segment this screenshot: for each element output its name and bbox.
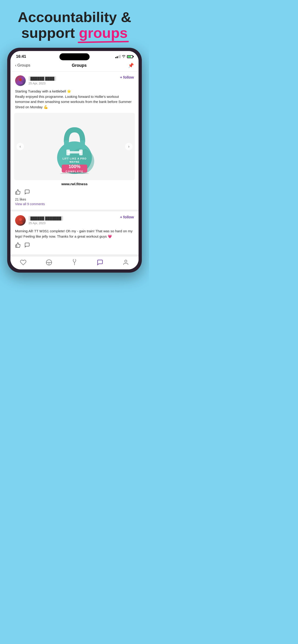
achievement-badge: LIFT LIKE A PRO WAYNE 100% COMPLETE (51, 118, 98, 175)
wifi-icon (122, 55, 126, 58)
comment-icon-2[interactable] (24, 242, 30, 249)
signal-icon (115, 55, 120, 58)
svg-point-0 (19, 78, 22, 81)
svg-point-16 (18, 222, 23, 224)
status-time: 16:41 (16, 54, 26, 59)
page-title: Groups (72, 63, 87, 68)
bottom-navigation (11, 256, 139, 270)
content-area: ██████ ████ 25 Apr, 2023 + follow Starti… (11, 72, 139, 270)
post-date-2: 25 Apr, 2023 (29, 222, 63, 225)
post-image-container: ‹ (14, 113, 135, 180)
hero-highlight: groups (79, 25, 128, 41)
svg-text:LIFT LIKE A PRO: LIFT LIKE A PRO (63, 157, 86, 160)
back-button[interactable]: ‹ Groups (15, 63, 30, 68)
svg-rect-4 (64, 140, 69, 150)
likes-count-1: 21 likes (15, 198, 134, 201)
post-header-1: ██████ ████ 25 Apr, 2023 + follow (15, 75, 134, 86)
comment-icon[interactable] (24, 189, 30, 196)
user-name-2: ██████ ███████ (29, 216, 63, 221)
image-prev-button[interactable]: ‹ (17, 143, 24, 150)
svg-text:WAYNE: WAYNE (69, 160, 80, 163)
post-text-1: Starting Tuesday with a kettlebell ⭐Real… (15, 89, 134, 110)
hero-section: Accountability & support groups (0, 0, 149, 48)
nav-item-heart[interactable] (20, 259, 27, 266)
svg-point-1 (18, 82, 23, 84)
notch (59, 53, 90, 60)
nav-item-leaf[interactable] (71, 259, 78, 266)
status-bar: 16:41 (11, 51, 139, 60)
follow-button-2[interactable]: + follow (120, 215, 134, 219)
kettlebell-image: ‹ (14, 113, 135, 180)
follow-button-1[interactable]: + follow (120, 75, 134, 80)
post-url: www.rwl.fitness (15, 182, 134, 186)
post-date-1: 25 Apr, 2023 (29, 82, 56, 85)
svg-point-18 (125, 260, 127, 262)
status-icons (115, 55, 133, 58)
like-icon[interactable] (15, 189, 21, 196)
view-comments-1[interactable]: View all 9 comments (15, 202, 134, 206)
svg-rect-8 (79, 150, 83, 155)
navigation-bar: ‹ Groups Groups 📌 (11, 60, 139, 72)
svg-point-15 (19, 218, 22, 221)
post-header-2: ██████ ███████ 25 Apr, 2023 + follow (15, 215, 134, 226)
post-actions-1 (15, 189, 134, 196)
nav-item-chat[interactable] (97, 259, 103, 266)
post-card-2: ██████ ███████ 25 Apr, 2023 + follow Mor… (11, 212, 139, 256)
post-actions-2 (15, 242, 134, 249)
avatar-2 (15, 215, 26, 226)
pin-icon[interactable]: 📌 (128, 62, 134, 68)
user-name-1: ██████ ████ (29, 76, 56, 81)
nav-item-profile[interactable] (123, 259, 129, 266)
hero-line2: support (21, 25, 79, 41)
chevron-left-icon: ‹ (15, 63, 17, 68)
hero-line1: Accountability & (18, 9, 131, 25)
avatar-1 (15, 75, 26, 86)
phone-screen: 16:41 (11, 51, 139, 270)
back-label: Groups (18, 63, 31, 68)
svg-rect-7 (66, 150, 70, 155)
user-info-1: ██████ ████ 25 Apr, 2023 (15, 75, 56, 86)
like-icon-2[interactable] (15, 242, 21, 249)
svg-text:100%: 100% (69, 164, 80, 169)
nav-item-bowl[interactable] (46, 259, 52, 266)
battery-icon (127, 55, 133, 58)
svg-rect-5 (80, 140, 85, 150)
image-next-button[interactable]: › (125, 143, 133, 150)
post-text-2: Morning All! TT W3S1 complete! Oh my - g… (15, 228, 134, 239)
phone-frame: 16:41 (7, 48, 142, 272)
post-card-1: ██████ ████ 25 Apr, 2023 + follow Starti… (11, 72, 139, 212)
user-info-2: ██████ ███████ 25 Apr, 2023 (15, 215, 63, 226)
